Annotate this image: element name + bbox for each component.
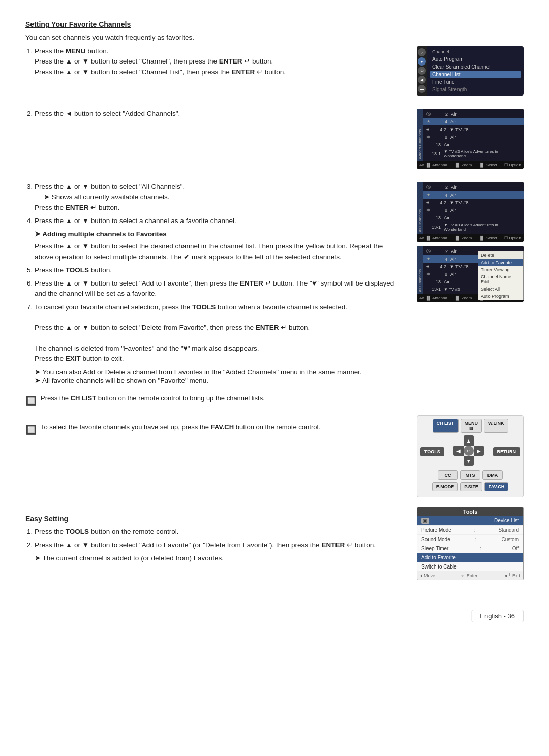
nav-right-btn[interactable]: ▶ [474,446,484,456]
added-channels-footer: Air ▐▌ Antenna ▐▌ Zoom ▐▌ Select ☐ Optio… [417,161,524,169]
added-channels-panel: Added Channels Ⓐ 2 Air ★ 4 Air [417,109,524,169]
menu-channel-list: Channel List [430,71,521,78]
menu-signal-strength: Signal Strength [430,86,521,93]
remote-row-3: E.MODE P.SIZE FAV.CH [420,482,520,491]
note2: ➤ All favorite channels will be shown on… [25,376,402,384]
tools-add-fav-label: Add to Favorite [421,555,456,560]
tools-sound-mode-label: Sound Mode [421,537,450,542]
device-icon: ▣ [421,518,429,524]
nav-up-btn[interactable]: ▲ [464,435,474,446]
ch-row-6: 13-1 ▼ TV #3 Alice's Adventures in Wonde… [423,148,524,160]
tools-enter-hint: ↵ Enter [461,573,477,578]
added-channels-label: Added Channels [417,109,423,161]
tools-switch-cable-row: Switch to Cable [417,562,523,572]
note-icon-1: 🔲 [25,394,37,408]
remote-psize-btn[interactable]: P.SIZE [460,482,482,491]
added-channels-body: Added Channels Ⓐ 2 Air ★ 4 Air [417,109,524,161]
remote-wlink-btn[interactable]: W.LINK [484,419,508,433]
step1-right: ○ ● ⚙ ◀ ▬ Channel Auto Program Clear Scr… [417,46,524,100]
remote-return-btn[interactable]: RETURN [493,447,521,456]
all-ch-row-6: 13-1 ▼ TV #3 Alice's Adventures in Wonde… [423,222,524,233]
all-channels-panel: All Channels Ⓐ 2 Air ★ 4 Air [417,182,524,242]
tools-sound-mode-row: Sound Mode : Custom [417,535,523,544]
remote-favch-btn[interactable]: FAV.CH [484,482,509,491]
nav-enter-btn[interactable]: ↵ [464,446,474,456]
footer-container: English - 36 [25,594,524,622]
tools-sleep-timer-value: Off [512,546,519,551]
tools-panel-bottom: ♦ Move ↵ Enter ◄┘ Exit [417,572,523,580]
page-title: Setting Your Favorite Channels [25,20,524,28]
nav-left-btn[interactable]: ◀ [453,446,464,456]
menu-label: Channel [430,48,521,55]
step1-container: Press the MENU button. Press the ▲ or ▼ … [25,46,524,100]
remote-cc-btn[interactable]: CC [438,470,458,480]
added-channels-list: Ⓐ 2 Air ★ 4 Air ♣ 4-2 ▼ TV #8 [423,109,524,161]
step2-left: Press the ◄ button to select "Added Chan… [25,109,402,173]
tools-add-favorite: Add to Favorite [478,259,523,266]
remote-row-1: CH LIST MENU▤ W.LINK [420,419,520,433]
remote-mts-btn[interactable]: MTS [460,470,480,480]
remote-control-panel: CH LIST MENU▤ W.LINK TOOLS ▲ ▼ ◀ ▶ ↵ RET… [417,415,524,497]
ch-row-4: ⊕ 8 Air [423,133,524,141]
all-channels-footer: Air ▐▌ Antenna ▐▌ Zoom ▐▌ Select ☐ Optio… [417,234,524,242]
notes-container: ➤ You can also Add or Delete a channel f… [25,368,402,384]
all-channels-tools-body: All Channels Ⓐ 2 Air ★ 4 Air [417,246,524,294]
tools-delete: Delete [478,251,523,259]
all-channels-list: Ⓐ 2 Air ★ 4 Air ♣ 4-2 ▼ TV #8 [423,182,524,234]
all-channels-tools-label: All Channels [417,246,423,294]
step3: Press the ▲ or ▼ button to select "All C… [35,182,402,213]
ch-icon-2: ● [418,57,426,66]
tools-switch-cable-label: Switch to Cable [421,564,456,570]
remote-menu-btn[interactable]: MENU▤ [461,419,482,433]
step2: Press the ◄ button to select "Added Chan… [35,109,402,119]
note1: ➤ You can also Add or Delete a channel f… [25,368,402,376]
tools-sleep-timer-row: Sleep Timer : Off [417,544,523,553]
remote-emode-btn[interactable]: E.MODE [432,482,459,491]
remote-panel-container: CH LIST MENU▤ W.LINK TOOLS ▲ ▼ ◀ ▶ ↵ RET… [417,415,524,501]
tools-sound-mode-value: Custom [502,537,519,542]
easy-step-3: ➤ The current channel is added to (or de… [25,554,402,562]
tools-channel-name-edit: Channel Name Edit [478,273,523,286]
step1: Press the MENU button. Press the ▲ or ▼ … [35,46,402,77]
easy-setting-container: Easy Setting Press the TOOLS button on t… [25,507,524,584]
ch-row-5: 13 Air [423,141,524,148]
remote-ch-list-btn[interactable]: CH LIST [433,419,459,433]
tools-timer-viewing: Timer Viewing [478,266,523,273]
ch-icon-air1: Ⓐ [426,111,431,117]
remote-middle-row: TOOLS ▲ ▼ ◀ ▶ ↵ RETURN [420,435,520,468]
tools-sound-mode-sep: : [475,537,477,542]
all-ch-row-3: ♣ 4-2 ▼ TV #8 [423,199,524,206]
ch-icon-1: ○ [418,48,426,56]
tools-select-all: Select All [478,286,523,293]
tools-sleep-timer-sep: : [480,546,481,551]
tools-exit-hint: ◄┘ Exit [503,573,520,578]
ch-row-1: Ⓐ 2 Air [423,110,524,118]
remote-note-container: 🔲 To select the favorite channels you ha… [25,415,524,501]
step3-arrow: ➤ Shows all currently available channels… [35,192,402,202]
tools-move-hint: ♦ Move [420,573,435,578]
remote-dma-btn[interactable]: DMA [482,470,503,480]
all-channels-tools-panel: All Channels Ⓐ 2 Air ★ 4 Air [417,246,524,302]
step2-container: Press the ◄ button to select "Added Chan… [25,109,524,173]
step4: Press the ▲ or ▼ button to select a chan… [35,216,402,262]
all-channels-body: All Channels Ⓐ 2 Air ★ 4 Air [417,182,524,234]
tv-channel-menu-panel: ○ ● ⚙ ◀ ▬ Channel Auto Program Clear Scr… [417,46,524,96]
ch-row-2: ★ 4 Air [423,118,524,125]
remote-row-2: CC MTS DMA [420,470,520,480]
page-container: Setting Your Favorite Channels You can s… [25,20,524,584]
tools-picture-mode-label: Picture Mode [421,527,451,533]
footer-text: English - 36 [471,610,524,622]
remote-tools-btn[interactable]: TOOLS [420,447,444,456]
intro-text: You can set channels you watch frequentl… [25,34,524,41]
all-ch-row-2: ★ 4 Air [423,191,524,199]
note-text-1: Press the CH LIST button on the remote c… [41,393,265,408]
menu-fine-tune: Fine Tune [430,78,521,86]
remote-nav-pad: ▲ ▼ ◀ ▶ ↵ [453,435,484,466]
step5: Press the TOOLS button. [35,265,402,275]
note-box-2: 🔲 To select the favorite channels you ha… [25,422,402,437]
tools-picture-mode-sep: : [474,527,476,533]
nav-down-btn[interactable]: ▼ [464,456,474,466]
tv-panel-sidebar: ○ ● ⚙ ◀ ▬ Channel Auto Program Clear Scr… [417,46,524,96]
step3-4-right: All Channels Ⓐ 2 Air ★ 4 Air [417,182,524,384]
ch-row-3: ♣ 4-2 ▼ TV #8 [423,125,524,133]
